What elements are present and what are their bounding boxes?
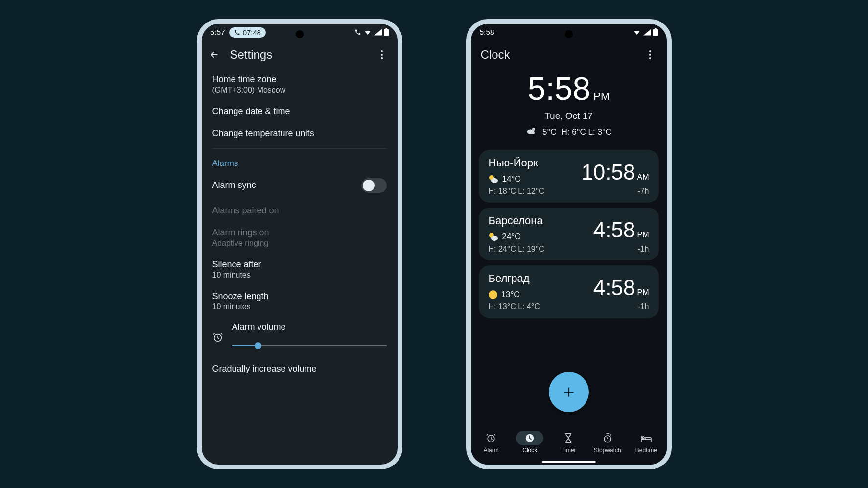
alarm-icon <box>212 332 223 343</box>
pref-title: Home time zone <box>212 74 387 85</box>
volume-slider[interactable] <box>232 340 387 351</box>
stopwatch-icon <box>602 433 613 443</box>
more-button[interactable] <box>643 48 657 62</box>
nav-label: Bedtime <box>635 447 657 454</box>
pref-gradual-increase[interactable]: Gradually increase volume <box>212 351 387 380</box>
call-pill-time: 07:48 <box>243 28 261 37</box>
svg-point-9 <box>649 54 651 56</box>
pref-subtitle: (GMT+3:00) Moscow <box>212 86 387 94</box>
clock-icon <box>524 433 535 443</box>
call-pill[interactable]: 07:48 <box>229 27 266 38</box>
main-weather: 5°C H: 6°C L: 3°C <box>471 127 667 137</box>
nav-timer[interactable]: Timer <box>550 431 586 454</box>
city-card[interactable]: Белград 13°C H: 13°C L: 4°C 4:58 PM -1h <box>479 265 659 318</box>
partly-cloudy-icon <box>489 232 498 241</box>
add-city-fab[interactable] <box>549 372 589 412</box>
city-hl: H: 24°C L: 19°C <box>489 245 544 254</box>
status-time: 5:57 <box>211 28 225 37</box>
night-cloud-icon <box>526 127 538 137</box>
settings-appbar: Settings <box>202 41 398 69</box>
status-time: 5:58 <box>480 28 494 37</box>
pref-alarms-paired: Alarms paired on <box>212 200 387 222</box>
nav-clock[interactable]: Clock <box>512 431 548 454</box>
page-title: Clock <box>481 48 510 62</box>
cell-icon <box>643 29 651 36</box>
main-hl: H: 6°C L: 3°C <box>562 127 611 137</box>
divider <box>212 148 387 149</box>
clock-phone: 5:58 Clock 5:58 PM Tue, Oct 17 5°C H: 6°… <box>466 19 672 469</box>
partly-cloudy-icon <box>489 175 498 184</box>
city-temp: 13°C <box>501 290 520 300</box>
city-card[interactable]: Барселона 24°C H: 24°C L: 19°C 4:58 PM -… <box>479 208 659 260</box>
pref-alarm-sync[interactable]: Alarm sync <box>212 171 387 200</box>
bed-icon <box>640 434 652 442</box>
pref-subtitle: Adaptive ringing <box>212 239 387 248</box>
city-offset: -7h <box>581 187 649 196</box>
main-time-ampm: PM <box>593 91 610 102</box>
svg-point-2 <box>381 50 383 52</box>
nav-stopwatch[interactable]: Stopwatch <box>589 431 626 454</box>
more-vert-icon <box>649 50 651 59</box>
pref-change-date[interactable]: Change date & time <box>212 100 387 122</box>
nav-label: Stopwatch <box>594 447 621 454</box>
city-name: Белград <box>489 272 540 285</box>
pref-title: Alarms paired on <box>212 206 387 216</box>
back-button[interactable] <box>208 48 221 62</box>
switch-knob <box>363 180 375 191</box>
svg-rect-1 <box>385 28 387 29</box>
pref-title: Alarm rings on <box>212 228 387 238</box>
pref-alarm-volume: Alarm volume <box>212 317 387 351</box>
section-alarms-label: Alarms <box>212 153 387 171</box>
battery-icon <box>384 28 389 36</box>
city-time-ampm: PM <box>637 231 649 239</box>
city-time-value: 10:58 <box>581 162 635 183</box>
slider-thumb <box>255 342 261 349</box>
svg-point-11 <box>532 128 535 131</box>
hourglass-icon <box>564 433 573 443</box>
svg-rect-6 <box>653 29 658 37</box>
camera-hole <box>565 30 573 38</box>
city-list: Нью-Йорк 14°C H: 18°C L: 12°C 10:58 AM -… <box>471 150 667 318</box>
pref-title: Snooze length <box>212 291 387 302</box>
bottom-nav: Alarm Clock Timer Stopwatch Bedtime <box>471 424 667 465</box>
slider-fill <box>232 345 258 346</box>
city-name: Нью-Йорк <box>489 157 544 169</box>
volume-label: Alarm volume <box>232 322 387 332</box>
pref-change-temp[interactable]: Change temperature units <box>212 122 387 144</box>
city-temp: 14°C <box>502 174 521 184</box>
city-time-ampm: PM <box>637 289 649 297</box>
nav-bedtime[interactable]: Bedtime <box>628 431 664 454</box>
pref-home-timezone[interactable]: Home time zone (GMT+3:00) Moscow <box>212 69 387 100</box>
nav-alarm[interactable]: Alarm <box>473 431 509 454</box>
city-card[interactable]: Нью-Йорк 14°C H: 18°C L: 12°C 10:58 AM -… <box>479 150 659 203</box>
main-clock: 5:58 PM Tue, Oct 17 5°C H: 6°C L: 3°C <box>471 69 667 143</box>
city-time: 4:58 PM <box>593 277 649 299</box>
pref-subtitle: 10 minutes <box>212 302 387 311</box>
nav-label: Alarm <box>483 447 498 454</box>
city-hl: H: 18°C L: 12°C <box>489 187 544 196</box>
svg-point-15 <box>491 236 498 241</box>
svg-point-10 <box>649 57 651 59</box>
more-vert-icon <box>381 50 383 59</box>
pref-silence-after[interactable]: Silence after 10 minutes <box>212 254 387 285</box>
svg-point-4 <box>381 57 383 59</box>
svg-point-3 <box>381 54 383 56</box>
pref-snooze-length[interactable]: Snooze length 10 minutes <box>212 285 387 317</box>
clock-appbar: Clock <box>471 41 667 69</box>
arrow-back-icon <box>209 49 220 60</box>
sun-icon <box>489 290 497 299</box>
city-time-value: 4:58 <box>593 277 635 299</box>
alarm-sync-switch[interactable] <box>361 178 387 193</box>
main-temp: 5°C <box>542 127 557 137</box>
city-time: 4:58 PM <box>593 219 649 241</box>
svg-point-13 <box>491 178 498 183</box>
main-date: Tue, Oct 17 <box>471 111 667 121</box>
pref-title: Silence after <box>212 259 387 270</box>
more-button[interactable] <box>375 48 389 62</box>
settings-phone: 5:57 07:48 Settings Home time zone (GMT+… <box>197 19 402 469</box>
pref-title: Gradually increase volume <box>212 364 387 374</box>
cell-icon <box>374 29 382 36</box>
city-time: 10:58 AM <box>581 162 649 183</box>
gesture-bar <box>542 461 596 463</box>
main-time-value: 5:58 <box>528 72 590 105</box>
